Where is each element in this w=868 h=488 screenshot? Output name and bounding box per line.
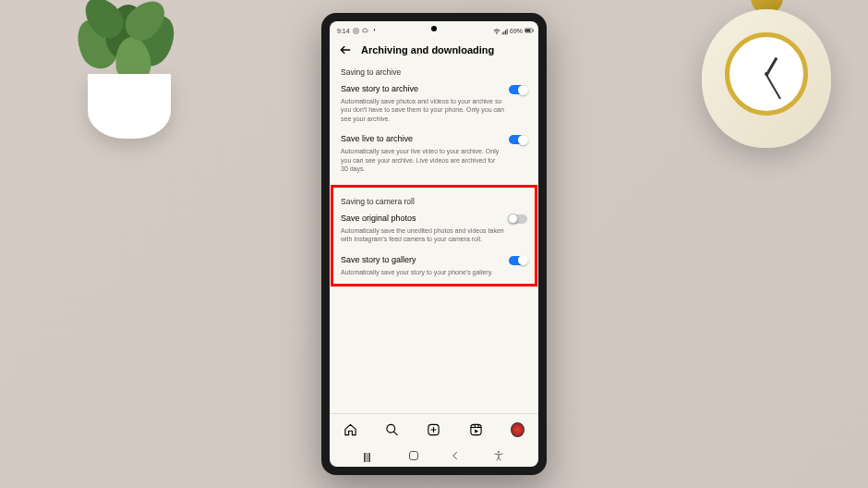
highlighted-section: Saving to camera roll Save original phot… — [331, 185, 537, 287]
signal-icon — [501, 28, 508, 34]
svg-rect-6 — [507, 29, 508, 34]
svg-point-2 — [496, 33, 497, 34]
android-recents-button[interactable] — [364, 453, 377, 455]
nav-create[interactable] — [427, 422, 440, 436]
svg-rect-3 — [502, 32, 503, 34]
page-title: Archiving and downloading — [361, 44, 494, 55]
avatar-icon — [511, 422, 524, 437]
instagram-icon — [353, 28, 359, 34]
nav-profile[interactable] — [511, 422, 524, 436]
notification-icon — [371, 28, 378, 34]
android-accessibility-button[interactable] — [493, 450, 504, 461]
setting-desc: Automatically save your live video to yo… — [341, 147, 527, 173]
settings-content[interactable]: Saving to archive Save story to archive … — [330, 62, 538, 413]
svg-rect-8 — [525, 29, 530, 31]
toggle-save-original-photos[interactable] — [509, 214, 527, 224]
decorative-clock — [702, 0, 831, 148]
section-label-archive: Saving to archive — [341, 67, 527, 77]
toggle-save-story-gallery[interactable] — [509, 256, 527, 265]
setting-save-original-photos[interactable]: Save original photos — [341, 214, 527, 224]
setting-save-live-archive[interactable]: Save live to archive — [341, 134, 527, 144]
setting-title: Save original photos — [341, 214, 416, 223]
svg-rect-4 — [503, 31, 504, 34]
toggle-save-story-archive[interactable] — [509, 85, 527, 94]
setting-save-story-gallery[interactable]: Save story to gallery — [341, 255, 527, 265]
cloud-icon — [362, 28, 368, 34]
setting-title: Save story to gallery — [341, 255, 416, 264]
nav-reels[interactable] — [469, 422, 483, 436]
android-home-button[interactable] — [409, 451, 418, 460]
svg-rect-9 — [533, 30, 534, 31]
section-label-camera-roll: Saving to camera roll — [341, 197, 527, 206]
wifi-icon — [493, 28, 500, 34]
nav-search[interactable] — [385, 422, 399, 436]
svg-point-1 — [355, 30, 356, 31]
camera-hole — [431, 26, 437, 31]
svg-line-11 — [394, 431, 398, 434]
setting-desc: Automatically save the unedited photos a… — [341, 226, 527, 244]
battery-text: 69% — [510, 28, 523, 34]
app-header: Archiving and downloading — [330, 38, 538, 62]
status-time: 9:14 — [337, 28, 350, 34]
decorative-plant — [65, 0, 194, 139]
setting-title: Save story to archive — [341, 84, 418, 93]
toggle-save-live-archive[interactable] — [509, 135, 527, 144]
battery-icon — [524, 28, 531, 34]
bottom-nav — [330, 413, 538, 445]
setting-desc: Automatically save your story to your ph… — [341, 268, 527, 276]
android-nav-bar — [330, 445, 538, 467]
svg-rect-15 — [471, 424, 481, 434]
svg-point-19 — [498, 451, 500, 453]
back-button[interactable] — [339, 43, 352, 56]
nav-home[interactable] — [344, 422, 357, 436]
phone-device-frame: 9:14 69% — [321, 13, 547, 475]
setting-save-story-archive[interactable]: Save story to archive — [341, 84, 527, 94]
setting-title: Save live to archive — [341, 134, 413, 143]
svg-rect-0 — [354, 28, 358, 32]
setting-desc: Automatically save photos and videos to … — [341, 97, 527, 123]
svg-rect-5 — [505, 30, 506, 34]
android-back-button[interactable] — [450, 450, 461, 461]
